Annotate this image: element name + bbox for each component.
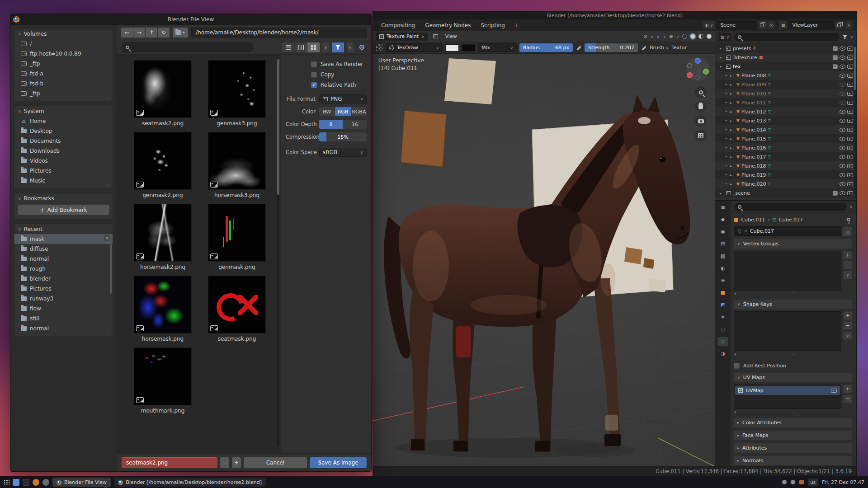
network-icon[interactable] bbox=[782, 480, 787, 484]
tab-compositing[interactable]: Compositing bbox=[377, 20, 420, 30]
expand-icon[interactable]: ▸ bbox=[720, 47, 724, 51]
axis-y-dot[interactable] bbox=[703, 69, 709, 75]
clear-recent-button[interactable]: × bbox=[104, 235, 110, 241]
file-tile[interactable]: mouthmark.png bbox=[126, 347, 199, 414]
remove-shape-key-button[interactable]: − bbox=[843, 321, 852, 330]
blend-mode-dropdown[interactable]: Mix∨ bbox=[478, 43, 517, 52]
expand-icon[interactable]: ▸ bbox=[730, 101, 735, 105]
scene-browse-dropdown[interactable]: ◐∨ bbox=[703, 21, 715, 29]
save-as-render-row[interactable]: Save As Render bbox=[311, 61, 367, 67]
clock[interactable]: Fri, 27 Dec 07:47 bbox=[822, 479, 864, 485]
attributes-header[interactable]: ▸Attributes bbox=[734, 443, 852, 453]
resize-grip[interactable]: ∷ bbox=[793, 410, 795, 414]
expand-icon[interactable]: ▸ bbox=[730, 83, 735, 87]
remove-uv-map-button[interactable]: − bbox=[843, 394, 852, 403]
tab-output[interactable]: ▤ bbox=[717, 239, 728, 248]
recent-item-runway3[interactable]: runway3 bbox=[14, 294, 113, 304]
expand-icon[interactable]: ▸ bbox=[720, 56, 724, 60]
radius-slider[interactable]: Radius68 px bbox=[519, 43, 573, 52]
outliner-collection-lights[interactable]: ▸lights bbox=[715, 197, 856, 200]
file-manager-icon[interactable] bbox=[13, 479, 19, 486]
refresh-button[interactable]: ↻ bbox=[158, 28, 170, 38]
eye-icon[interactable] bbox=[840, 47, 845, 51]
copy-checkbox[interactable] bbox=[311, 72, 317, 78]
strength-slider[interactable]: Strength0.207 bbox=[585, 43, 638, 52]
zoom-gizmo-button[interactable] bbox=[695, 86, 707, 98]
file-tile[interactable]: seatmask.png bbox=[200, 276, 274, 342]
expand-icon[interactable]: ▸ bbox=[730, 92, 735, 96]
exclude-checkbox[interactable] bbox=[833, 55, 838, 60]
compression-slider[interactable]: 15% bbox=[319, 132, 367, 141]
scene-name-field[interactable]: Scene bbox=[717, 21, 756, 29]
add-vertex-group-button[interactable]: + bbox=[843, 251, 852, 259]
camera-icon[interactable] bbox=[847, 92, 853, 96]
camera-icon[interactable] bbox=[847, 56, 853, 60]
texture-panel-button[interactable]: Textur bbox=[671, 45, 687, 51]
path-input[interactable]: /home/amalie/Desktop/blender/horse2/mask… bbox=[191, 28, 367, 38]
eye-icon[interactable] bbox=[840, 182, 845, 186]
camera-icon[interactable] bbox=[847, 74, 853, 78]
sidebar-item-home[interactable]: ⌂Home bbox=[14, 116, 113, 126]
resize-grip[interactable]: ∷ bbox=[106, 95, 109, 100]
color-space-dropdown[interactable]: sRGB∨ bbox=[319, 148, 367, 157]
camera-view-button[interactable] bbox=[695, 115, 707, 127]
terminal-icon[interactable] bbox=[23, 479, 29, 486]
tab-physics[interactable]: ◌ bbox=[717, 325, 728, 333]
add-rest-position-checkbox[interactable] bbox=[734, 363, 740, 369]
resize-grip[interactable]: ∷ bbox=[106, 183, 109, 187]
shading-material-button[interactable] bbox=[698, 34, 703, 39]
vertex-groups-list[interactable] bbox=[734, 251, 841, 291]
recent-item-diffuse[interactable]: diffuse bbox=[14, 244, 113, 254]
camera-icon[interactable] bbox=[831, 389, 837, 393]
expand-icon[interactable]: ▸ bbox=[730, 173, 735, 177]
file-tile[interactable]: horsemask3.png bbox=[200, 132, 274, 198]
outliner-item-plane[interactable]: •▸▼Plane.013▽ bbox=[715, 116, 856, 125]
eye-icon[interactable] bbox=[840, 92, 845, 96]
outliner-item-plane[interactable]: •▸▼Plane.016▽ bbox=[715, 143, 856, 152]
shading-wireframe-button[interactable] bbox=[682, 34, 687, 39]
outliner-item-plane[interactable]: •▸▼Plane.020▽ bbox=[715, 179, 856, 188]
eye-icon[interactable] bbox=[840, 83, 845, 87]
primary-color-swatch[interactable] bbox=[445, 44, 459, 52]
taskbar-window-file-view[interactable]: Blender File View bbox=[52, 478, 111, 487]
increment-filename-button[interactable]: + bbox=[232, 457, 241, 468]
shading-rendered-button[interactable] bbox=[707, 34, 712, 39]
recent-item-pictures[interactable]: Pictures bbox=[14, 284, 113, 294]
file-tile[interactable]: horsemask2.png bbox=[126, 204, 199, 270]
outliner-item-plane[interactable]: •▸▼Plane.009▽ bbox=[715, 80, 856, 89]
recent-item-flow[interactable]: flow bbox=[14, 304, 113, 314]
add-uv-map-button[interactable]: + bbox=[843, 385, 852, 393]
main-titlebar[interactable]: Blender [/home/amalie/Desktop/blender/ho… bbox=[373, 11, 856, 19]
camera-icon[interactable] bbox=[847, 146, 853, 150]
camera-icon[interactable] bbox=[847, 182, 853, 186]
editor-type-dropdown[interactable]: ▦ bbox=[719, 203, 727, 211]
camera-icon[interactable] bbox=[847, 200, 853, 201]
camera-icon[interactable] bbox=[847, 119, 853, 123]
eye-icon[interactable] bbox=[840, 128, 845, 132]
resize-grip[interactable]: ∷ bbox=[106, 330, 109, 335]
sidebar-item-desktop[interactable]: Desktop bbox=[14, 126, 113, 136]
chevron-down-icon[interactable]: ∨ bbox=[651, 34, 654, 39]
recent-item-mask[interactable]: mask bbox=[14, 234, 113, 244]
outliner-collection-scene[interactable]: ▸_scene bbox=[715, 188, 856, 197]
expand-icon[interactable]: ▸ bbox=[730, 155, 735, 159]
expand-icon[interactable]: ▸ bbox=[730, 182, 735, 186]
expand-icon[interactable]: ▸ bbox=[730, 119, 735, 123]
expand-icon[interactable]: ▸ bbox=[735, 410, 736, 414]
tab-geometry-nodes[interactable]: Geometry Nodes bbox=[420, 20, 475, 30]
view-thumbnails-button[interactable] bbox=[307, 42, 320, 52]
file-tile[interactable]: genmask.png bbox=[200, 204, 274, 270]
add-bookmark-button[interactable]: +Add Bookmark bbox=[18, 205, 109, 215]
new-viewlayer-button[interactable] bbox=[835, 21, 843, 29]
file-tile[interactable]: seatmask2.png bbox=[126, 60, 199, 127]
brush-dropdown[interactable]: TexDraw∨ bbox=[386, 43, 443, 52]
recent-item-rough[interactable]: rough bbox=[14, 264, 113, 274]
axis-z-dot[interactable] bbox=[695, 58, 701, 64]
eye-icon[interactable] bbox=[840, 56, 845, 60]
outliner-item-plane[interactable]: •▸▼Plane.008▽ bbox=[715, 71, 856, 80]
brush-panel-button[interactable]: Brush∨ bbox=[650, 45, 669, 51]
remove-viewlayer-button[interactable]: × bbox=[844, 21, 853, 29]
eye-icon[interactable] bbox=[840, 191, 845, 195]
camera-icon[interactable] bbox=[847, 128, 853, 132]
vertex-group-specials-button[interactable]: ∨ bbox=[843, 271, 852, 279]
